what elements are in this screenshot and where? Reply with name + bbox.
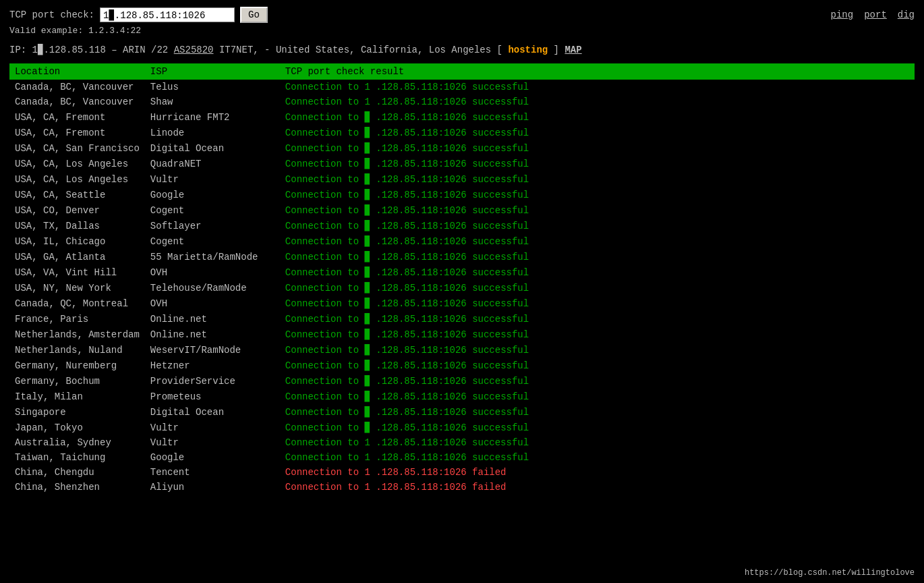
cell-result: Connection to ▉ .128.85.118:1026 success… — [280, 389, 915, 404]
table-row: USA, NY, New YorkTelehouse/RamNodeConnec… — [9, 280, 915, 296]
cell-location: USA, CA, Seattle — [9, 187, 145, 202]
table-row: China, ShenzhenAliyunConnection to 1 .12… — [9, 480, 915, 495]
results-table: Location ISP TCP port check result Canad… — [9, 63, 915, 495]
cell-location: Netherlands, Nuland — [9, 342, 145, 358]
cell-location: Singapore — [9, 404, 145, 420]
cell-isp: WeservIT/RamNode — [145, 342, 280, 358]
cell-location: USA, CA, Fremont — [9, 109, 145, 125]
cell-result: Connection to ▉ .128.85.118:1026 success… — [280, 311, 915, 327]
cell-location: Taiwan, Taichung — [9, 450, 145, 465]
result-status: successful — [472, 174, 529, 185]
cell-location: USA, TX, Dallas — [9, 218, 145, 233]
result-ip: .128.85.118:1026 — [376, 467, 472, 478]
result-conn: Connection to ▉ — [285, 345, 376, 356]
result-ip: .128.85.118:1026 — [376, 329, 472, 340]
result-ip: .128.85.118:1026 — [376, 298, 472, 309]
result-status: successful — [472, 452, 529, 463]
result-status: successful — [472, 190, 529, 200]
result-ip: .128.85.118:1026 — [376, 283, 472, 294]
result-status: successful — [472, 391, 529, 402]
result-conn: Connection to ▉ — [285, 267, 376, 278]
tcp-label: TCP port check: — [9, 9, 94, 20]
result-conn: Connection to 1 — [285, 452, 376, 463]
result-status: successful — [472, 329, 529, 340]
cell-isp: Aliyun — [145, 480, 280, 495]
result-conn: Connection to ▉ — [285, 205, 376, 216]
go-button[interactable]: Go — [240, 7, 268, 23]
table-row: Taiwan, TaichungGoogleConnection to 1 .1… — [9, 450, 915, 465]
result-conn: Connection to ▉ — [285, 314, 376, 325]
cell-result: Connection to ▉ .128.85.118:1026 success… — [280, 358, 915, 373]
cell-location: Japan, Tokyo — [9, 420, 145, 435]
cell-location: USA, NY, New York — [9, 280, 145, 296]
ping-link[interactable]: ping — [831, 9, 854, 20]
table-body: Canada, BC, VancouverTelusConnection to … — [9, 80, 915, 495]
cell-isp: Cogent — [145, 233, 280, 249]
port-link[interactable]: port — [864, 9, 887, 20]
cell-result: Connection to ▉ .128.85.118:1026 success… — [280, 218, 915, 233]
result-status: successful — [472, 437, 529, 448]
cell-isp: Linode — [145, 125, 280, 140]
cell-isp: 55 Marietta/RamNode — [145, 249, 280, 265]
cell-isp: Digital Ocean — [145, 404, 280, 420]
result-ip: .128.85.118:1026 — [376, 345, 472, 356]
table-row: Germany, BochumProviderServiceConnection… — [9, 373, 915, 389]
result-ip: .128.85.118:1026 — [376, 174, 472, 185]
result-status: successful — [472, 345, 529, 356]
table-row: Netherlands, AmsterdamOnline.netConnecti… — [9, 327, 915, 342]
cell-result: Connection to ▉ .128.85.118:1026 success… — [280, 233, 915, 249]
table-row: USA, GA, Atlanta55 Marietta/RamNodeConne… — [9, 249, 915, 265]
result-ip: .128.85.118:1026 — [376, 376, 472, 387]
cell-location: China, Shenzhen — [9, 480, 145, 495]
result-status: successful — [472, 298, 529, 309]
result-ip: .128.85.118:1026 — [376, 236, 472, 247]
result-conn: Connection to ▉ — [285, 360, 376, 371]
table-row: USA, VA, Vint HillOVHConnection to ▉ .12… — [9, 265, 915, 280]
table-row: Canada, QC, MontrealOVHConnection to ▉ .… — [9, 296, 915, 311]
dig-link[interactable]: dig — [898, 9, 915, 20]
result-ip: .128.85.118:1026 — [376, 252, 472, 262]
cell-result: Connection to ▉ .128.85.118:1026 success… — [280, 171, 915, 187]
cell-result: Connection to ▉ .128.85.118:1026 success… — [280, 373, 915, 389]
cell-isp: Google — [145, 450, 280, 465]
table-row: USA, CA, FremontHurricane FMT2Connection… — [9, 109, 915, 125]
result-ip: .128.85.118:1026 — [376, 422, 472, 433]
cell-result: Connection to ▉ .128.85.118:1026 success… — [280, 404, 915, 420]
cell-result: Connection to ▉ .128.85.118:1026 success… — [280, 280, 915, 296]
result-ip: .128.85.118:1026 — [376, 391, 472, 402]
cell-location: Germany, Nuremberg — [9, 358, 145, 373]
map-link[interactable]: MAP — [565, 45, 581, 55]
result-ip: .128.85.118:1026 — [376, 437, 472, 448]
result-status: successful — [472, 407, 529, 418]
cell-result: Connection to 1 .128.85.118:1026 success… — [280, 435, 915, 450]
col-header-isp: ISP — [145, 63, 280, 80]
ip-rest: IT7NET, - United States, California, Los… — [219, 45, 502, 55]
cell-location: USA, CA, San Francisco — [9, 140, 145, 156]
result-ip: .128.85.118:1026 — [376, 267, 472, 278]
cell-location: China, Chengdu — [9, 465, 145, 480]
table-row: Canada, BC, VancouverShawConnection to 1… — [9, 94, 915, 109]
cell-isp: Hetzner — [145, 358, 280, 373]
ip-info: IP: 1▉.128.85.118 – ARIN /22 AS25820 IT7… — [9, 44, 915, 55]
result-conn: Connection to ▉ — [285, 422, 376, 433]
result-conn: Connection to 1 — [285, 437, 376, 448]
result-conn: Connection to 1 — [285, 467, 376, 478]
result-ip: .128.85.118:1026 — [376, 360, 472, 371]
col-header-result: TCP port check result — [280, 63, 915, 80]
asn-link[interactable]: AS25820 — [174, 45, 214, 55]
result-conn: Connection to 1 — [285, 96, 376, 107]
result-conn: Connection to ▉ — [285, 190, 376, 200]
cell-isp: Online.net — [145, 311, 280, 327]
cell-isp: Telehouse/RamNode — [145, 280, 280, 296]
cell-isp: Cogent — [145, 202, 280, 218]
result-ip: .128.85.118:1026 — [376, 128, 472, 138]
result-status: successful — [472, 143, 529, 154]
result-status: successful — [472, 267, 529, 278]
cell-result: Connection to ▉ .128.85.118:1026 success… — [280, 140, 915, 156]
result-status: failed — [472, 482, 506, 493]
table-row: USA, TX, DallasSoftlayerConnection to ▉ … — [9, 218, 915, 233]
cell-result: Connection to 1 .128.85.118:1026 failed — [280, 480, 915, 495]
tcp-input[interactable] — [100, 7, 235, 22]
result-conn: Connection to ▉ — [285, 236, 376, 247]
table-row: SingaporeDigital OceanConnection to ▉ .1… — [9, 404, 915, 420]
